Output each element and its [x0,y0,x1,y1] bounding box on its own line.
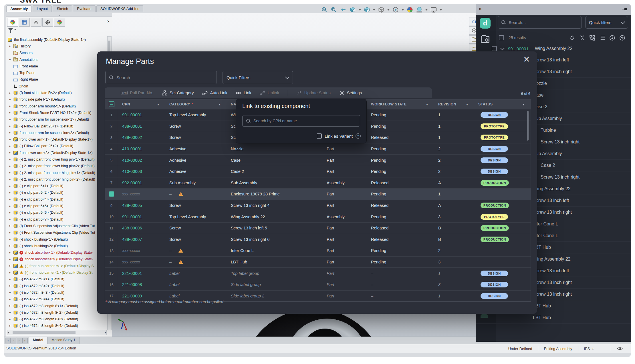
expand-arrow-icon[interactable]: ▸ [9,178,13,181]
table-row[interactable]: 10991-00001Top Level AssemblyWing Assemb… [105,211,531,222]
select-all-checkbox[interactable] [499,35,504,40]
hierarchy-view-icon[interactable] [589,35,595,41]
tree-filter[interactable] [8,28,16,31]
tree-item[interactable]: ▸(-) 2. misc part front upper hing pin<1… [7,169,106,176]
list-view-icon[interactable] [599,35,605,41]
expand-arrow-icon[interactable]: ▸ [9,231,13,234]
sort-caret-icon[interactable]: ▾ [523,103,527,106]
scroll-left-icon[interactable]: ◂ [7,331,9,334]
chevron-down-icon[interactable] [500,46,505,50]
edit-appearance-icon[interactable] [406,6,413,13]
expand-arrow-icon[interactable]: ▸ [9,131,13,134]
tab-configurationmanager-tab-icon[interactable] [31,18,41,27]
modal-search-input[interactable]: Search [105,71,217,84]
select-all-checkbox[interactable] [109,101,114,107]
taskpane-home-icon[interactable] [469,17,476,25]
menu-tab-layout[interactable]: Layout [33,5,52,12]
column-header-category[interactable]: CATEGORY*▾ [165,102,227,106]
table-row[interactable]: 11438-00006ScrewScrew 13 inch left 5Part… [105,222,531,234]
table-row[interactable]: 5410-00002AdhesiveCasePartPending2DESIGN [105,154,531,166]
table-row[interactable]: xxx-xxxxx–Enclosure 19078 28 PrimePartPe… [105,188,531,200]
row-checkbox[interactable] [492,46,497,51]
hide-show-eye-icon[interactable] [611,346,629,351]
tree-item[interactable]: ▸(-) e clip part 6<6> (Default) [7,209,106,216]
expand-arrow-icon[interactable]: ▸ [9,258,13,261]
tree-item[interactable]: the final assembly (Default<Display Stat… [7,36,106,43]
tree-item[interactable]: ▸(-) iso 4672 m3<1> (Default) [7,276,106,283]
collapse-all-icon[interactable] [579,35,585,41]
tree-item[interactable]: ▸(-) iso 4672 m3<2> (Default) [7,283,106,289]
tree-item[interactable]: ▸(-) front hub carrier<1> (Default<Displ… [7,269,106,276]
expand-arrow-icon[interactable]: ▸ [9,291,13,294]
tree-item[interactable]: ▸(-) e clip part 6<2> (Default) [7,189,106,196]
tree-item[interactable]: ▸(-) shock bushing<1> (Default) [7,236,106,243]
sort-caret-icon[interactable]: ▾ [219,103,223,106]
tree-horizontal-scrollbar[interactable]: ◂▸ [7,330,107,335]
list-item[interactable]: LBT Hub [476,312,631,324]
scroll-right-icon[interactable]: ▸ [105,331,106,334]
sort-caret-icon[interactable]: ▾ [158,103,161,106]
hide-show-items-icon[interactable] [392,6,399,13]
set-category-button[interactable]: Set Category [162,90,194,96]
popup-search-input[interactable]: Search by CPN or name [242,115,360,127]
hide-show-items-icon-caret[interactable] [402,9,404,11]
expand-arrow-icon[interactable]: ▸ [9,165,13,167]
expand-arrow-icon[interactable]: ▸ [9,111,13,114]
tab-model[interactable]: Model [29,337,47,344]
tab-nav-next[interactable]: ▸ [17,338,22,343]
close-icon[interactable]: × [523,54,530,65]
column-header-select[interactable] [105,101,118,107]
tab-featuremanager-tab-icon[interactable] [7,18,18,27]
tree-item[interactable]: Top Plane [7,69,106,76]
expand-arrow-icon[interactable]: ▸ [9,138,13,141]
table-row[interactable]: 9438-00005ScrewScrew 13 inch right 4Part… [105,200,531,211]
tree-item[interactable]: ▸(f) front side plate R<2> (Default) [7,89,106,96]
tree-item[interactable]: ▸(-) 2. misc part front lower hing pin<2… [7,163,106,169]
view-settings-icon[interactable] [430,6,437,13]
link-button[interactable]: Link [236,90,251,96]
expand-arrow-icon[interactable]: ▸ [9,198,13,201]
column-header-workflow-state[interactable]: WORKFLOW STATE▾ [367,102,434,106]
column-header-cpn[interactable]: CPN▾ [118,102,165,106]
expand-arrow-icon[interactable]: ▸ [9,265,13,267]
section-view-icon-caret[interactable] [359,9,361,11]
expand-arrow-icon[interactable]: ▸ [9,145,13,147]
sort-caret-icon[interactable]: ▾ [467,103,470,106]
table-row[interactable]: 12438-00007ScrewScrew 13 inch right 6Par… [105,234,531,245]
view-settings-icon-caret[interactable] [440,9,442,11]
apply-scene-icon-caret[interactable] [425,9,428,11]
table-scrollbar[interactable] [527,111,529,141]
table-row[interactable]: 6410-00003AdhesiveCase 2PartPending2DESI… [105,166,531,177]
expand-arrow-icon[interactable]: ▸ [9,298,13,301]
tab-propertymanager-tab-icon[interactable] [19,18,30,27]
expand-arrow-icon[interactable]: ▸ [9,98,13,101]
expand-arrow-icon[interactable]: ▸ [9,125,13,127]
tree-item[interactable]: ▸(-) Pillow Ball part 25<2> (Default) [7,143,106,149]
export-icon[interactable] [619,35,625,41]
expand-arrow-icon[interactable]: ▸ [9,251,13,254]
tree-item[interactable]: ▸(-) 2. misc part front upper hing pin<2… [7,176,106,183]
import-icon[interactable] [609,35,615,41]
tab-dimxpertmanager-tab-icon[interactable] [42,18,53,27]
tab-displaymanager-tab-icon[interactable] [54,18,65,27]
tree-item[interactable]: ▸(f) Front Suspension Adjustment Clip (V… [7,223,106,229]
sort-caret-icon[interactable]: ▾ [426,103,430,106]
table-row[interactable]: 13xxx-xxxxx–Inter Cone LPartPending2 [105,245,531,256]
help-icon[interactable]: ? [356,133,361,139]
zoom-area-icon[interactable] [330,6,337,13]
expand-arrow-icon[interactable]: ▸ [9,218,13,221]
expand-arrow-icon[interactable]: ▸ [9,238,13,241]
expand-arrow-icon[interactable]: ▸ [9,311,13,314]
menu-tab-assembly[interactable]: Assembly [6,5,32,12]
expand-arrow-icon[interactable]: ▸ [9,151,13,154]
expand-arrow-icon[interactable]: ▸ [9,171,13,174]
tree-item[interactable]: Origin [7,83,106,89]
root-cpn[interactable]: 991-00001 [508,46,529,51]
tree-item[interactable]: Right Plane [7,76,106,83]
expand-all-icon[interactable] [569,35,575,41]
collapse-panel-icon[interactable]: « [479,6,482,12]
expand-arrow-icon[interactable]: ▸ [9,118,13,121]
tab-nav-first[interactable]: ◂ [5,338,11,343]
expand-arrow-icon[interactable]: ▸ [9,271,13,274]
view-orientation-icon-caret[interactable] [373,9,375,11]
